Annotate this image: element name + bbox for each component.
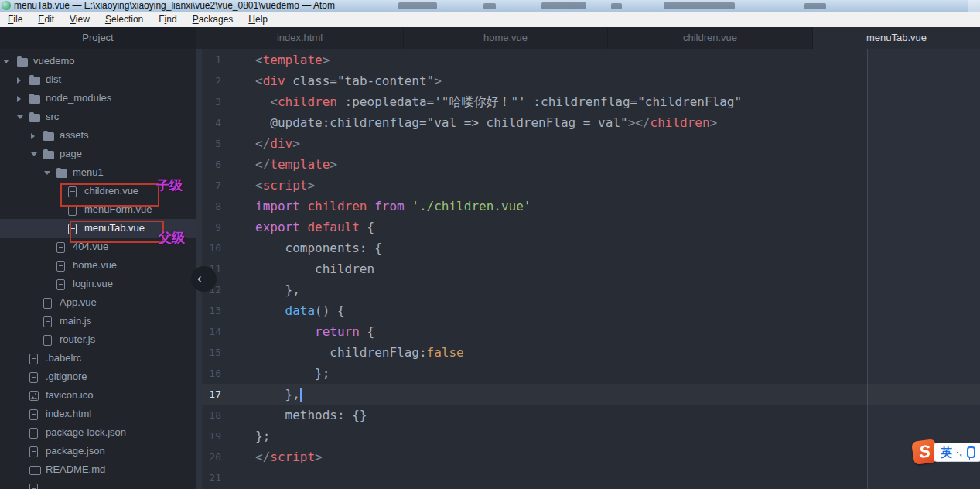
tree-item-label: router.js bbox=[60, 333, 95, 345]
menu-view[interactable]: View bbox=[62, 12, 97, 27]
code-line-18[interactable]: 18 methods: {} bbox=[202, 405, 980, 426]
chevron-down-icon[interactable] bbox=[44, 171, 50, 175]
code-line-12[interactable]: 12 }, bbox=[202, 279, 980, 300]
tree-item-assets[interactable]: assets bbox=[0, 126, 196, 145]
line-number: 4 bbox=[202, 112, 221, 133]
tree-item-app.vue[interactable]: App.vue bbox=[0, 293, 196, 312]
code-lines: 1<template>2<div class="tab-content">3 <… bbox=[202, 50, 980, 488]
microphone-icon[interactable] bbox=[967, 446, 975, 458]
menu-packages[interactable]: Packages bbox=[185, 12, 241, 27]
menu-find[interactable]: Find bbox=[151, 12, 184, 27]
tab-home.vue[interactable]: home.vue bbox=[404, 27, 608, 49]
line-number: 15 bbox=[202, 342, 221, 363]
annotation-label-parent: 父级 bbox=[159, 229, 185, 247]
code-line-1[interactable]: 1<template> bbox=[202, 50, 980, 70]
code-line-16[interactable]: 16 }; bbox=[202, 363, 980, 384]
tree-item-label: App.vue bbox=[60, 296, 97, 308]
code-line-7[interactable]: 7<script> bbox=[202, 175, 980, 196]
code-line-17[interactable]: 17 }, bbox=[202, 384, 980, 405]
code-line-5[interactable]: 5</div> bbox=[202, 133, 980, 154]
code-line-14[interactable]: 14 return { bbox=[202, 321, 980, 342]
tree-item-dist[interactable]: dist bbox=[0, 70, 196, 89]
tree-item-home.vue[interactable]: home.vue bbox=[0, 256, 196, 275]
code-text: export default { bbox=[255, 217, 374, 238]
project-panel-header: Project bbox=[0, 27, 196, 49]
window-titlebar: menuTab.vue — E:\xiaoying\xiaoying_lianx… bbox=[0, 0, 980, 12]
menu-selection[interactable]: Selection bbox=[97, 12, 151, 27]
code-line-15[interactable]: 15 childrenFlag:false bbox=[202, 342, 980, 363]
code-text: childrenFlag:false bbox=[255, 342, 464, 363]
code-text: @update:childrenflag="val => childrenFla… bbox=[255, 112, 717, 133]
background-window-artifact bbox=[611, 3, 622, 9]
code-editor[interactable]: 1<template>2<div class="tab-content">3 <… bbox=[202, 49, 980, 489]
file-icon bbox=[29, 354, 38, 364]
tab-strip: Project index.htmlhome.vuechildren.vueme… bbox=[0, 27, 980, 49]
code-line-3[interactable]: 3 <children :peopledata='"哈喽你好！"' :child… bbox=[202, 91, 980, 112]
line-number: 7 bbox=[202, 175, 221, 196]
code-text: <div class="tab-content"> bbox=[255, 70, 442, 91]
code-line-19[interactable]: 19}; bbox=[202, 426, 980, 446]
ime-status-bar[interactable]: 英 ·, bbox=[934, 443, 980, 462]
annotation-label-child: 子级 bbox=[156, 176, 183, 194]
chevron-right-icon[interactable] bbox=[31, 133, 35, 139]
tree-item-.gitignore[interactable]: .gitignore bbox=[0, 368, 196, 386]
tree-item-login.vue[interactable]: login.vue bbox=[0, 275, 196, 293]
chevron-right-icon[interactable] bbox=[17, 96, 21, 102]
code-text: methods: {} bbox=[255, 405, 367, 426]
line-number: 6 bbox=[202, 154, 221, 175]
tab-menutab.vue[interactable]: menuTab.vue bbox=[813, 27, 980, 49]
chevron-down-icon[interactable] bbox=[31, 152, 37, 156]
tree-item-readme.md[interactable]: README.md bbox=[0, 460, 196, 479]
code-line-11[interactable]: 11 children bbox=[202, 258, 980, 279]
code-line-21[interactable]: 21 bbox=[202, 467, 980, 488]
file-icon bbox=[29, 446, 38, 457]
tree-item-.babelrc[interactable]: .babelrc bbox=[0, 349, 196, 368]
code-line-6[interactable]: 6</template> bbox=[202, 154, 980, 175]
tree-item-src[interactable]: src bbox=[0, 108, 196, 126]
file-icon bbox=[29, 409, 38, 420]
chevron-down-icon[interactable] bbox=[3, 60, 9, 63]
line-number: 13 bbox=[202, 300, 221, 321]
tree-item-package.json[interactable]: package.json bbox=[0, 442, 196, 460]
background-window-artifact bbox=[804, 3, 826, 9]
project-tree-panel[interactable]: 子级 父级 vuedemodistnode_modulessrcassetspa… bbox=[0, 49, 196, 489]
tree-item-label: login.vue bbox=[73, 278, 113, 289]
code-line-4[interactable]: 4 @update:childrenflag="val => childrenF… bbox=[202, 112, 980, 133]
tree-item-partial[interactable] bbox=[0, 479, 196, 489]
file-icon bbox=[43, 298, 52, 309]
tab-children.vue[interactable]: children.vue bbox=[608, 27, 813, 49]
readme-icon bbox=[29, 466, 41, 475]
tree-item-vuedemo[interactable]: vuedemo bbox=[0, 52, 196, 70]
code-line-20[interactable]: 20</script> bbox=[202, 446, 980, 467]
file-icon bbox=[29, 372, 38, 383]
file-icon bbox=[56, 279, 65, 290]
line-number: 1 bbox=[202, 50, 221, 70]
ime-punctuation-mode[interactable]: ·, bbox=[956, 446, 962, 458]
tree-item-favicon.ico[interactable]: favicon.ico bbox=[0, 386, 196, 405]
tree-item-index.html[interactable]: index.html bbox=[0, 405, 196, 423]
tree-item-label: assets bbox=[60, 129, 89, 141]
code-line-10[interactable]: 10 components: { bbox=[202, 238, 980, 258]
menu-help[interactable]: Help bbox=[241, 12, 275, 27]
annotation-box-children-vue bbox=[60, 183, 159, 207]
code-line-9[interactable]: 9export default { bbox=[202, 217, 980, 238]
tree-item-label: main.js bbox=[60, 315, 91, 327]
code-line-2[interactable]: 2<div class="tab-content"> bbox=[202, 70, 980, 91]
ime-language-mode[interactable]: 英 bbox=[941, 443, 952, 462]
tree-item-package-lock.json[interactable]: package-lock.json bbox=[0, 423, 196, 442]
code-line-13[interactable]: 13 data() { bbox=[202, 300, 980, 321]
menu-edit[interactable]: Edit bbox=[30, 12, 62, 27]
code-line-8[interactable]: 8import children from './children.vue' bbox=[202, 196, 980, 217]
chevron-right-icon[interactable] bbox=[17, 77, 21, 84]
folder-icon bbox=[29, 114, 40, 122]
tree-collapse-toggle[interactable]: ‹ bbox=[191, 266, 217, 292]
tree-item-page[interactable]: page bbox=[0, 145, 196, 163]
tree-item-router.js[interactable]: router.js bbox=[0, 330, 196, 349]
chevron-down-icon[interactable] bbox=[17, 115, 23, 119]
tab-index.html[interactable]: index.html bbox=[196, 27, 404, 49]
tree-item-label: menu1 bbox=[73, 166, 104, 178]
tree-item-node_modules[interactable]: node_modules bbox=[0, 89, 196, 108]
tree-item-main.js[interactable]: main.js bbox=[0, 312, 196, 330]
menu-file[interactable]: File bbox=[0, 12, 30, 27]
editor-tabs: index.htmlhome.vuechildren.vuemenuTab.vu… bbox=[196, 27, 980, 49]
